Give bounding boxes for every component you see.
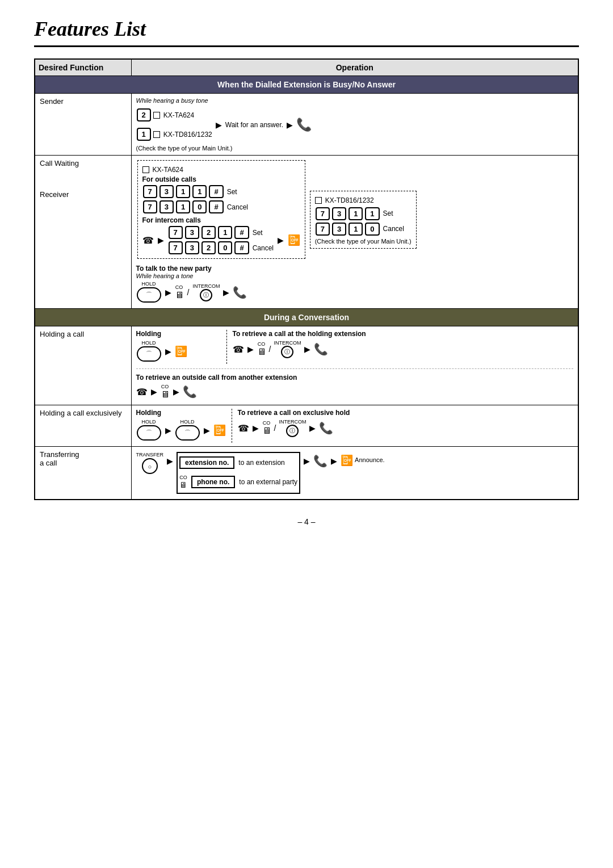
retrieve-hold-ext-label: To retrieve a call at the holding extens…: [233, 330, 574, 338]
slash-h: /: [269, 345, 271, 354]
arrow1: ▶: [216, 120, 222, 129]
to-ext-text: to an extension: [238, 459, 284, 467]
co-small-label: CO: [175, 284, 183, 290]
holding-excl-split: Holding HOLD ⌒ ▶ HOLD ⌒ ▶: [136, 409, 574, 443]
table-row: Holding a call Holding HOLD ⌒ ▶ 📴: [35, 326, 578, 405]
talk-new-party-label: To talk to the new party: [136, 265, 574, 272]
retrieve-excl-label: To retrieve a call on exclusive hold: [238, 409, 574, 417]
transfer-small-label: TRANSFER: [136, 452, 164, 458]
phone-announce-icon: 📴: [341, 454, 353, 467]
intercom-small-label: INTERCOM: [192, 283, 220, 289]
co-phone-label: CO: [179, 475, 187, 480]
arrow2: ▶: [287, 120, 293, 129]
co-phone-icon: 🖥: [179, 480, 187, 489]
holding-excl-function: Holding a call exclusively: [35, 405, 131, 447]
key-2: 2: [137, 108, 151, 121]
section2-header: During a Conversation: [35, 309, 578, 326]
holding-split: Holding HOLD ⌒ ▶ 📴 To retrieve a call at…: [136, 330, 574, 364]
section1-header: When the Dialled Extension is Busy/No An…: [35, 76, 578, 94]
call-waiting-function: Call Waiting Receiver: [35, 156, 131, 309]
phone-wait-icon: 📞: [296, 118, 312, 132]
handset-icon2: ☎: [136, 387, 148, 397]
arrow-t1: ▶: [167, 456, 173, 466]
td816-keys: 7 3 1 1 Set 7 3 1 0 Cancel: [315, 207, 412, 236]
kx-ta624-label: KX-TA624: [163, 111, 194, 119]
holding-right: To retrieve a call at the holding extens…: [233, 330, 574, 364]
phone-excl-retrieve-icon: 📞: [319, 421, 333, 435]
intercom-label-h: INTERCOM: [274, 340, 301, 346]
arrow-ro1: ▶: [151, 387, 157, 396]
section2-header-row: During a Conversation: [35, 309, 578, 326]
checkbox-ta624: [153, 112, 160, 119]
ta624-section: KX-TA624 For outside calls 7 3 1 1 # Set: [137, 160, 306, 259]
arrow-e3: ▶: [253, 423, 259, 433]
co-label-ro: CO: [161, 384, 169, 389]
table-row: Holding a call exclusively Holding HOLD …: [35, 405, 578, 447]
table-row: Transferring a call TRANSFER ○ ▶ extensi…: [35, 447, 578, 500]
co-icon-h: 🖥: [257, 347, 266, 357]
intercom-icon-h: Ⓘ: [281, 346, 293, 358]
announce-text: Announce.: [355, 456, 385, 463]
arrow-ro2: ▶: [173, 387, 179, 396]
col2-header: Operation: [131, 59, 578, 76]
intercom-keys: 7 3 2 1 # Set 7 3 2 0: [168, 225, 274, 255]
arrow-h2: ▶: [247, 345, 254, 354]
phone-excl-icon: 📴: [213, 424, 226, 437]
co-label-h: CO: [258, 341, 266, 347]
outside-keys: 7 3 1 1 # Set 7 3 1 0 #: [142, 184, 301, 214]
check-main-unit-sender: (Check the type of your Main Unit.): [136, 145, 574, 152]
holding-excl-left: Holding HOLD ⌒ ▶ HOLD ⌒ ▶: [136, 409, 232, 443]
arrow-h3: ▶: [304, 345, 310, 354]
slash1: /: [187, 288, 190, 297]
arrow4: ▶: [223, 288, 229, 297]
ext-phone-box: extension no. to an extension CO 🖥 phone…: [177, 452, 300, 494]
call-waiting-operation: KX-TA624 For outside calls 7 3 1 1 # Set: [131, 156, 578, 309]
handset-icon1: ☎: [233, 344, 244, 355]
arrow-cw: ▶: [158, 236, 164, 245]
while-tone-label: While hearing a tone: [136, 272, 574, 279]
arrow3: ▶: [165, 288, 171, 297]
phone-transfer-icon: 📞: [313, 454, 328, 468]
key-1: 1: [137, 128, 151, 141]
col1-header: Desired Function: [35, 59, 131, 76]
busy-tone-label: While hearing a busy tone: [136, 97, 574, 104]
transfer-operation: TRANSFER ○ ▶ extension no. to an extensi…: [131, 447, 578, 500]
hold-button-excl2: ⌒: [175, 425, 200, 441]
hold-label-e1: HOLD: [141, 419, 156, 425]
arrow-e4: ▶: [309, 423, 316, 433]
call-waiting-phone-icon: ☎: [142, 235, 154, 246]
phone-hold-icon: 📴: [175, 345, 187, 358]
phone-end-icon: 📴: [288, 234, 300, 246]
co-icon: 🖥: [175, 290, 184, 300]
intercom-label-e: INTERCOM: [279, 419, 306, 425]
hold-button-cw: ⌒: [137, 287, 161, 303]
arrow-cw2: ▶: [278, 236, 284, 245]
page-title: Features List: [34, 17, 579, 41]
holding-excl-right: To retrieve a call on exclusive hold ☎ ▶…: [238, 409, 574, 443]
holding-left: Holding HOLD ⌒ ▶ 📴: [136, 330, 227, 364]
table-row: Sender While hearing a busy tone 2 KX-TA…: [35, 94, 578, 156]
arrow-e1: ▶: [165, 426, 171, 435]
phone-retrieve-icon: 📞: [314, 342, 328, 356]
checkbox-td816-2: [315, 197, 322, 204]
holding-call-function: Holding a call: [35, 326, 131, 405]
hold-label-h: HOLD: [141, 340, 156, 346]
holding-excl-operation: Holding HOLD ⌒ ▶ HOLD ⌒ ▶: [131, 405, 578, 447]
hold-button-hold: ⌒: [137, 346, 161, 362]
slash-e: /: [274, 423, 276, 433]
checkbox-ta624-2: [142, 166, 149, 173]
retrieve-outside-label: To retrieve an outside call from another…: [136, 374, 574, 381]
page-number: – 4 –: [34, 517, 579, 526]
table-row: Call Waiting Receiver KX-TA624 For outsi…: [35, 156, 578, 309]
co-icon-e: 🖥: [262, 426, 271, 436]
phone-no-box: phone no.: [191, 476, 235, 488]
td816-section: KX-TD816/1232 7 3 1 1 Set 7 3: [310, 191, 417, 249]
to-ext-party-text: to an external party: [239, 478, 297, 486]
arrow-t3: ▶: [331, 456, 337, 466]
checkbox-td816: [153, 131, 160, 138]
arrow-t2: ▶: [304, 456, 310, 466]
kx-td816-label: KX-TD816/1232: [163, 131, 212, 139]
transfer-button: ○: [142, 458, 158, 474]
features-table: Desired Function Operation When the Dial…: [34, 58, 579, 500]
hold-small-label: HOLD: [141, 281, 156, 287]
